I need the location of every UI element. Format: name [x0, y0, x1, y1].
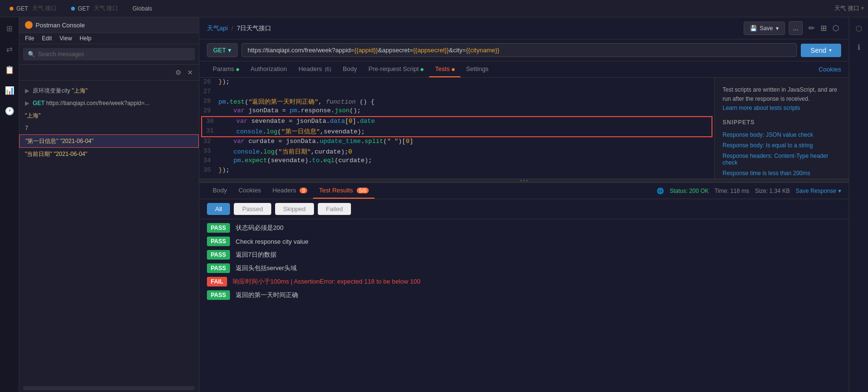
- resp-tab-headers[interactable]: Headers 9: [267, 183, 313, 199]
- test-result-5: FAIL 响应时间小于100ms | AssertionError: expec…: [207, 277, 841, 286]
- method-select[interactable]: GET ▾: [207, 43, 238, 57]
- badge-pass-1: PASS: [207, 223, 230, 233]
- resp-tab-cookies[interactable]: Cookies: [233, 183, 267, 199]
- snippets-title: SNIPPETS: [723, 119, 841, 126]
- breadcrumb-part1[interactable]: 天气api: [207, 24, 228, 32]
- snippet-json-check[interactable]: Response body: JSON value check: [723, 130, 841, 140]
- tab-label-1: GET: [16, 5, 28, 12]
- right-icon-2[interactable]: ℹ: [855, 40, 863, 55]
- more-button[interactable]: ...: [789, 21, 803, 35]
- console-msg-env[interactable]: ▶ 原环境变量city "上海": [19, 84, 199, 97]
- tab-sep-2: 天气 接口: [94, 4, 118, 12]
- headers-badge: (6): [325, 66, 331, 72]
- tab-get-2[interactable]: GET 天气 接口: [65, 2, 125, 15]
- console-msg-first-day[interactable]: "第一日信息" "2021-06-04": [19, 134, 199, 148]
- snippets-info-text: Test scripts are written in JavaScript, …: [723, 86, 837, 102]
- layout-icon-btn[interactable]: ⊞: [819, 22, 829, 35]
- console-scrollbar[interactable]: [23, 386, 195, 390]
- sidebar-chart-icon[interactable]: 📊: [2, 83, 17, 98]
- code-editor[interactable]: 26 }); 27 28 pm.test("返回的第一天时间正确", funct…: [199, 78, 714, 178]
- save-response-button[interactable]: Save Response ▾: [796, 188, 841, 194]
- edit-icon-btn[interactable]: ✏: [807, 22, 817, 35]
- console-menubar: File Edit View Help: [19, 33, 199, 44]
- search-input-wrap: 🔍: [23, 48, 195, 60]
- test-name-1: 状态码必须是200: [236, 224, 284, 232]
- hex-icon-btn[interactable]: ⬡: [831, 22, 841, 35]
- resizer[interactable]: • • •: [199, 178, 849, 182]
- url-param-appsecret: {{appsecret}}: [413, 47, 449, 54]
- params-dot: [236, 68, 239, 71]
- snippets-learn-link[interactable]: Learn more about tests scripts: [723, 105, 800, 111]
- right-icon-1[interactable]: ⬡: [853, 21, 865, 36]
- console-msg-get[interactable]: ▶ GET https://tianqiapi.com/free/week?ap…: [19, 97, 199, 109]
- tab-globals[interactable]: Globals: [127, 2, 158, 15]
- test-result-3: PASS 返回7日的数据: [207, 250, 841, 260]
- headers-resp-badge: 9: [300, 188, 307, 193]
- save-response-chevron: ▾: [838, 188, 841, 194]
- send-label: Send: [810, 47, 826, 54]
- url-plain-3: &city=: [449, 47, 466, 54]
- tab-authorization[interactable]: Authorization: [245, 61, 293, 77]
- msg-arrow-env: ▶: [25, 87, 29, 94]
- tab-dot-orange: [10, 7, 13, 11]
- resp-tab-test-results[interactable]: Test Results 5/6: [313, 183, 374, 199]
- toolbar-filter-icon[interactable]: ⚙: [173, 67, 183, 78]
- tab-prerequest[interactable]: Pre-request Script: [363, 61, 430, 77]
- snippet-response-time[interactable]: Response time is less than 200ms: [723, 168, 841, 178]
- sidebar-flow-icon[interactable]: ⇄: [3, 42, 15, 57]
- badge-pass-2: PASS: [207, 237, 230, 246]
- console-search-area: 🔍: [19, 44, 199, 65]
- tab-sep-1: 天气 接口: [32, 4, 57, 12]
- code-line-34: 34 pm.expect(sevendate).to.eql(curdate);: [199, 156, 714, 166]
- tab-more[interactable]: 天气 接口 +: [834, 4, 864, 12]
- console-titlebar: Postman Console: [19, 17, 199, 33]
- tab-settings[interactable]: Settings: [460, 61, 494, 77]
- menu-file[interactable]: File: [25, 35, 34, 42]
- tab-tests[interactable]: Tests: [429, 61, 460, 77]
- main-layout: ⊞ ⇄ 📋 📊 🕐 Postman Console File Edit View…: [0, 17, 868, 392]
- code-line-32: 32 var curdate = jsonData.update_time.sp…: [199, 137, 714, 147]
- menu-edit[interactable]: Edit: [42, 35, 52, 42]
- code-line-30: 30 var sevendate = jsonData.data[0].date: [202, 117, 711, 127]
- filter-passed[interactable]: Passed: [234, 203, 271, 215]
- url-param-cityname: {{cityname}}: [466, 47, 499, 54]
- sidebar-grid-icon[interactable]: ⊞: [3, 21, 15, 36]
- search-input[interactable]: [38, 51, 190, 58]
- resp-tab-body[interactable]: Body: [207, 183, 233, 199]
- request-tabs: Params Authorization Headers (6) Body Pr…: [199, 61, 849, 78]
- globe-icon: 🌐: [657, 188, 664, 194]
- tab-get-1[interactable]: GET 天气 接口: [4, 2, 63, 15]
- resp-time: Time: 118 ms: [714, 188, 749, 194]
- save-button[interactable]: 💾 Save ▾: [744, 22, 785, 35]
- test-result-4: PASS 返回头包括server头域: [207, 263, 841, 273]
- console-msg-shanghai[interactable]: "上海": [19, 109, 199, 122]
- tab-dot-blue: [71, 7, 75, 11]
- sidebar-history-icon[interactable]: 📋: [2, 62, 17, 77]
- code-line-27: 27: [199, 87, 714, 97]
- tab-body[interactable]: Body: [337, 61, 363, 77]
- menu-help[interactable]: Help: [80, 35, 92, 42]
- test-result-1: PASS 状态码必须是200: [207, 223, 841, 233]
- filter-all[interactable]: All: [207, 203, 230, 215]
- snippet-equal-string[interactable]: Response body: Is equal to a string: [723, 140, 841, 151]
- console-title: Postman Console: [36, 22, 85, 29]
- filter-skipped[interactable]: Skipped: [275, 203, 314, 215]
- cookies-link[interactable]: Cookies: [819, 66, 841, 73]
- console-msg-current-date[interactable]: "当前日期" "2021-06-04": [19, 148, 199, 160]
- tab-params[interactable]: Params: [207, 61, 245, 77]
- toolbar-clear-icon[interactable]: ✕: [185, 67, 195, 78]
- tab-headers[interactable]: Headers (6): [293, 61, 337, 77]
- menu-view[interactable]: View: [60, 35, 72, 42]
- test-name-4: 返回头包括server头域: [236, 264, 297, 273]
- sidebar-clock-icon[interactable]: 🕐: [2, 104, 17, 119]
- save-label: Save: [760, 25, 773, 32]
- url-param-appid: {{appid}}: [354, 47, 378, 54]
- filter-failed[interactable]: Failed: [318, 203, 351, 215]
- send-button[interactable]: Send ▾: [801, 44, 841, 57]
- save-icon: 💾: [750, 25, 757, 32]
- console-msg-7[interactable]: 7: [19, 122, 199, 134]
- badge-fail-5: FAIL: [207, 277, 227, 286]
- badge-pass-4: PASS: [207, 263, 230, 273]
- test-name-6: 返回的第一天时间正确: [236, 291, 298, 299]
- snippet-content-type[interactable]: Response headers: Content-Type header ch…: [723, 151, 841, 168]
